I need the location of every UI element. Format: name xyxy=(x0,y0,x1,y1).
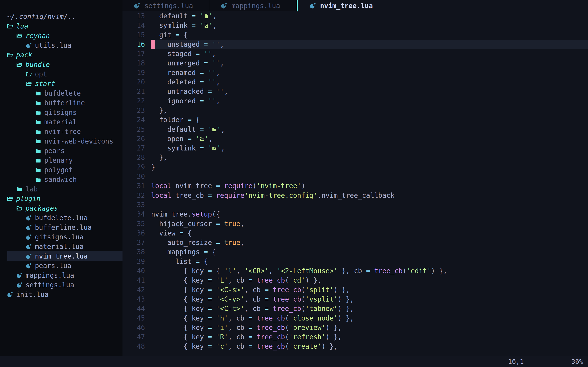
code-line-34[interactable]: 34nvim_tree.setup({ xyxy=(122,210,588,219)
code-line-text: auto_resize = true, xyxy=(151,238,588,247)
tree-item-lab[interactable]: lab xyxy=(0,184,122,194)
tree-item-opt[interactable]: opt xyxy=(0,69,122,79)
code-line-39[interactable]: 39 list = { xyxy=(122,257,588,266)
tree-item-label: lua xyxy=(16,22,28,30)
code-line-16[interactable]: 16 unstaged = '', xyxy=(122,40,588,49)
code-line-46[interactable]: 46 { key = 'i', cb = tree_cb('preview') … xyxy=(122,323,588,332)
code-line-18[interactable]: 18 unmerged = '', xyxy=(122,58,588,68)
tree-item-utils.lua[interactable]: utils.lua xyxy=(0,41,122,50)
lua-icon xyxy=(26,244,32,250)
tree-item-label: bufferline.lua xyxy=(35,224,92,231)
tree-item-nvim-web-devicons[interactable]: nvim-web-devicons xyxy=(0,136,122,146)
tree-item-bufdelete[interactable]: bufdelete xyxy=(0,89,122,98)
tree-item-bundle[interactable]: bundle xyxy=(0,60,122,69)
code-line-text: git = { xyxy=(151,30,588,40)
code-line-13[interactable]: 13 default = '', xyxy=(122,11,588,21)
tab-mappings.lua[interactable]: mappings.lua xyxy=(209,0,296,11)
tree-item-packages[interactable]: packages xyxy=(0,203,122,213)
code-line-30[interactable]: 30 xyxy=(122,172,588,181)
tree-item-material[interactable]: material xyxy=(0,117,122,127)
code-line-35[interactable]: 35 hijack_cursor = true, xyxy=(122,219,588,229)
code-line-19[interactable]: 19 renamed = '', xyxy=(122,68,588,77)
code-line-45[interactable]: 45 { key = 'h', cb = tree_cb('close_node… xyxy=(122,314,588,323)
folder-fill-icon xyxy=(35,157,41,164)
code-line-43[interactable]: 43 { key = '<C-v>', cb = tree_cb('vsplit… xyxy=(122,295,588,304)
tree-item-label: polygot xyxy=(44,166,73,174)
file-icon xyxy=(204,14,209,19)
code-line-17[interactable]: 17 staged = '', xyxy=(122,49,588,58)
tree-item-nvim-tree[interactable]: nvim-tree xyxy=(0,127,122,136)
line-number: 48 xyxy=(122,342,145,351)
code-line-14[interactable]: 14 symlink = '', xyxy=(122,21,588,30)
code-line-38[interactable]: 38 mappings = { xyxy=(122,247,588,257)
line-number: 19 xyxy=(122,68,145,77)
code-line-32[interactable]: 32local tree_cb = require'nvim-tree.conf… xyxy=(122,191,588,200)
code-line-29[interactable]: 29} xyxy=(122,162,588,172)
tree-item-pack[interactable]: pack xyxy=(0,50,122,60)
tree-item-plugin[interactable]: plugin xyxy=(0,194,122,203)
code-line-21[interactable]: 21 untracked = '', xyxy=(122,87,588,96)
tree-item-pears.lua[interactable]: pears.lua xyxy=(0,261,122,271)
line-number: 28 xyxy=(122,153,145,162)
tree-item-material.lua[interactable]: material.lua xyxy=(0,242,122,251)
line-number: 41 xyxy=(122,276,145,285)
code-line-text: }, xyxy=(151,106,588,115)
code-line-24[interactable]: 24 folder = { xyxy=(122,115,588,125)
code-line-36[interactable]: 36 view = { xyxy=(122,229,588,238)
tree-item-bufferline[interactable]: bufferline xyxy=(0,98,122,108)
code-line-20[interactable]: 20 deleted = '', xyxy=(122,77,588,87)
code-line-44[interactable]: 44 { key = '<C-t>', cb = tree_cb('tabnew… xyxy=(122,304,588,313)
tree-item-gitsigns.lua[interactable]: gitsigns.lua xyxy=(0,232,122,242)
code-line-22[interactable]: 22 ignored = '', xyxy=(122,96,588,106)
tree-item-gitsigns[interactable]: gitsigns xyxy=(0,108,122,117)
tree-item-settings.lua[interactable]: settings.lua xyxy=(0,280,122,290)
tree-item-~/.config/nvim/..[interactable]: ~/.config/nvim/.. xyxy=(0,12,122,21)
code-line-41[interactable]: 41 { key = 'L', cb = tree_cb('cd') }, xyxy=(122,276,588,285)
tree-item-bufdelete.lua[interactable]: bufdelete.lua xyxy=(0,213,122,223)
line-number: 43 xyxy=(122,295,145,304)
lua-icon xyxy=(134,2,140,9)
folder-fill-icon xyxy=(35,119,41,125)
code-line-26[interactable]: 26 open = '', xyxy=(122,134,588,143)
tab-label: settings.lua xyxy=(144,2,193,10)
tree-item-pears[interactable]: pears xyxy=(0,146,122,156)
code-line-28[interactable]: 28 }, xyxy=(122,153,588,162)
tree-item-nvim_tree.lua[interactable]: nvim_tree.lua xyxy=(0,251,122,261)
line-number: 46 xyxy=(122,323,145,332)
tree-item-sandwich[interactable]: sandwich xyxy=(0,175,122,184)
tree-item-plenary[interactable]: plenary xyxy=(0,156,122,165)
tree-item-lua[interactable]: lua xyxy=(0,21,122,31)
tab-settings.lua[interactable]: settings.lua xyxy=(122,0,209,11)
cursor-block xyxy=(151,40,155,49)
code-area[interactable]: 13 default = '',14 symlink = '',15 git =… xyxy=(122,11,588,356)
line-number: 24 xyxy=(122,115,145,125)
tree-item-reyhan[interactable]: reyhan xyxy=(0,31,122,41)
code-line-25[interactable]: 25 default = '', xyxy=(122,125,588,134)
code-line-31[interactable]: 31local nvim_tree = require('nvim-tree') xyxy=(122,181,588,191)
tree-item-init.lua[interactable]: init.lua xyxy=(0,290,122,299)
tree-item-bufferline.lua[interactable]: bufferline.lua xyxy=(0,223,122,232)
code-line-42[interactable]: 42 { key = '<C-s>', cb = tree_cb('split'… xyxy=(122,285,588,295)
folder-open-icon xyxy=(26,71,32,77)
code-line-27[interactable]: 27 symlink = '', xyxy=(122,143,588,153)
tab-nvim_tree.lua[interactable]: nvim_tree.lua xyxy=(297,0,389,11)
code-line-48[interactable]: 48 { key = 'c', cb = tree_cb('create') }… xyxy=(122,342,588,351)
code-line-text: { key = '<C-v>', cb = tree_cb('vsplit') … xyxy=(151,295,588,304)
line-number: 30 xyxy=(122,172,145,181)
nvim-tree-sidebar: ~/.config/nvim/..luareyhanutils.luapackb… xyxy=(0,0,122,356)
tree-item-start[interactable]: start xyxy=(0,79,122,89)
code-line-15[interactable]: 15 git = { xyxy=(122,30,588,40)
line-number: 16 xyxy=(122,40,145,49)
code-line-37[interactable]: 37 auto_resize = true, xyxy=(122,238,588,247)
code-line-47[interactable]: 47 { key = 'R', cb = tree_cb('refresh') … xyxy=(122,332,588,342)
code-line-text: mappings = { xyxy=(151,247,588,257)
tree-item-mappings.lua[interactable]: mappings.lua xyxy=(0,271,122,280)
code-line-text: ignored = '', xyxy=(151,96,588,106)
tree-item-polygot[interactable]: polygot xyxy=(0,165,122,175)
folder-open-icon xyxy=(16,205,22,211)
tree-item-label: packages xyxy=(26,204,58,212)
code-line-40[interactable]: 40 { key = { 'l', '<CR>', '<2-LeftMouse>… xyxy=(122,266,588,276)
code-line-23[interactable]: 23 }, xyxy=(122,106,588,115)
code-line-33[interactable]: 33 xyxy=(122,200,588,210)
tree-item-label: ~/.config/nvim/.. xyxy=(7,13,76,21)
